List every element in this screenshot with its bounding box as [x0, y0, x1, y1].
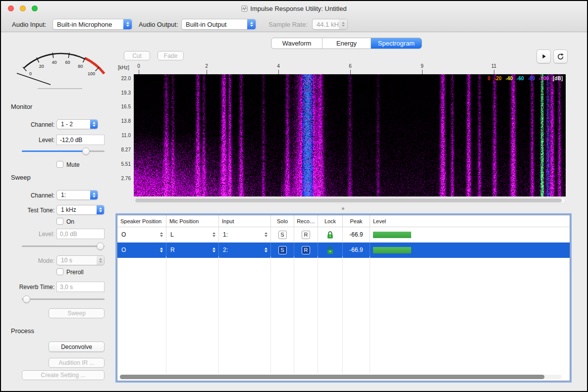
svg-text:100: 100	[88, 71, 95, 76]
legend-entry: -100	[539, 76, 549, 81]
view-segmented-control: Waveform Energy Spectrogram	[271, 38, 422, 49]
titlebar[interactable]: Impulse Response Utility: Untitled	[1, 1, 587, 16]
mute-checkbox[interactable]	[56, 161, 63, 168]
time-tick-label: 11	[487, 63, 500, 69]
svg-text:0: 0	[29, 71, 32, 76]
time-tick-label: 9	[416, 63, 428, 69]
fade-button[interactable]: Fade	[158, 51, 184, 60]
speaker-position-value: O	[121, 246, 126, 253]
monitor-heading: Monitor	[11, 103, 32, 110]
popup-stepper-icon	[213, 232, 215, 237]
lock-toggle[interactable]	[326, 246, 334, 254]
legend-entry: -20	[494, 76, 501, 81]
audio-output-popup[interactable]: Built-in Output	[181, 19, 256, 30]
lock-toggle[interactable]	[326, 231, 334, 239]
svg-text:60: 60	[65, 60, 70, 65]
reverb-time-value: 3,0 s	[60, 284, 73, 291]
preroll-label: Preroll	[66, 269, 84, 276]
input-popup[interactable]: 1:	[219, 227, 270, 242]
app-window: Impulse Response Utility: Untitled Audio…	[0, 0, 588, 392]
scrollbar-thumb[interactable]	[120, 375, 544, 379]
reverb-time-slider[interactable]	[22, 295, 105, 303]
time-tick-label: 0	[132, 63, 145, 69]
on-checkbox[interactable]	[56, 218, 63, 225]
test-tone-popup[interactable]: 1 kHz	[56, 205, 105, 215]
window-title: Impulse Response Utility: Untitled	[1, 1, 587, 16]
play-button[interactable]	[536, 49, 551, 63]
mode-label: Mode:	[9, 257, 54, 264]
mode-popup[interactable]: 10 s	[56, 255, 105, 265]
spectrogram-canvas[interactable]	[134, 74, 566, 196]
play-icon	[540, 53, 547, 60]
cut-button[interactable]: Cut	[124, 51, 150, 60]
lock-icon	[326, 246, 334, 254]
create-setting-button[interactable]: Create Setting ...	[22, 370, 105, 380]
sweep-level-slider[interactable]	[22, 243, 105, 250]
spectrogram-scrollbar[interactable]	[134, 197, 566, 203]
peak-value: -66.9	[349, 246, 363, 253]
sample-rate-value: 44.1 kHz	[313, 21, 339, 28]
table-row[interactable]: O R 2: S R -66.9	[117, 243, 570, 258]
freq-tick-label: 11.0	[114, 133, 131, 138]
pane-splitter-handle[interactable]	[342, 207, 344, 210]
speaker-position-popup[interactable]: O	[117, 227, 166, 242]
col-mic-position: Mic Position	[166, 215, 219, 227]
sample-rate-popup[interactable]: 44.1 kHz	[312, 19, 348, 30]
legend-entry: -40	[506, 76, 513, 81]
freq-tick-label: 8.27	[114, 147, 131, 152]
col-level: Level	[370, 215, 570, 227]
scrollbar-thumb[interactable]	[135, 198, 562, 202]
svg-text:40: 40	[52, 60, 56, 65]
slider-knob[interactable]	[23, 295, 30, 303]
table-scrollbar[interactable]	[119, 375, 562, 379]
popup-stepper-icon	[265, 232, 267, 237]
positions-table: Speaker Position Mic Position Input Solo…	[117, 215, 570, 381]
table-row[interactable]: O L 1: S R -66.9	[117, 227, 570, 243]
monitor-level-slider[interactable]	[22, 147, 105, 155]
app-icon	[241, 5, 248, 12]
preroll-checkbox[interactable]	[56, 268, 63, 275]
slider-knob[interactable]	[82, 147, 90, 155]
speaker-position-popup[interactable]: O	[117, 243, 166, 257]
audio-input-popup[interactable]: Built-in Microphone	[53, 19, 132, 30]
col-speaker-position: Speaker Position	[117, 215, 166, 227]
sweep-level-label: Level:	[9, 231, 54, 238]
sweep-level-input[interactable]: 0,0 dB	[56, 229, 105, 239]
time-tick-label: 2	[200, 63, 213, 69]
legend-entry: -80	[528, 76, 535, 81]
table-header: Speaker Position Mic Position Input Solo…	[117, 215, 570, 227]
sweep-level-value: 0,0 dB	[60, 231, 77, 238]
level-meter-bar	[373, 247, 411, 253]
audition-ir-button[interactable]: Audition IR ...	[49, 358, 105, 368]
record-button[interactable]: R	[302, 246, 310, 254]
monitor-channel-popup[interactable]: 1 - 2	[56, 119, 98, 129]
mic-position-value: L	[170, 231, 174, 238]
time-tick-label: 6	[344, 63, 357, 69]
tab-energy[interactable]: Energy	[322, 38, 371, 49]
sweep-channel-popup[interactable]: 1:	[56, 190, 98, 200]
speaker-position-value: O	[121, 231, 126, 238]
mic-position-popup[interactable]: L	[166, 227, 218, 242]
popup-stepper-icon	[160, 232, 163, 237]
process-heading: Process	[11, 327, 34, 335]
input-popup[interactable]: 2:	[219, 243, 270, 257]
solo-button[interactable]: S	[278, 246, 287, 254]
slider-knob[interactable]	[97, 243, 104, 250]
mic-position-popup[interactable]: R	[166, 243, 218, 257]
tab-waveform[interactable]: Waveform	[271, 38, 322, 49]
time-ruler: 0 2 4 6 9 11	[134, 63, 566, 74]
deconvolve-button[interactable]: Deconvolve	[49, 342, 105, 352]
vu-meter: 020406080100	[9, 34, 113, 99]
input-value: 1:	[223, 231, 228, 238]
col-input: Input	[219, 215, 271, 227]
solo-button[interactable]: S	[278, 231, 287, 239]
reverb-time-input[interactable]: 3,0 s	[56, 282, 105, 292]
loop-button[interactable]	[553, 49, 568, 63]
tab-spectrogram[interactable]: Spectrogram	[371, 38, 422, 49]
sweep-button[interactable]: Sweep	[49, 308, 105, 318]
record-button[interactable]: R	[302, 231, 310, 239]
audio-input-value: Built-in Microphone	[53, 21, 123, 28]
test-tone-label: Test Tone:	[9, 207, 54, 214]
popup-stepper-icon	[123, 19, 132, 29]
monitor-level-input[interactable]: -12,0 dB	[56, 135, 105, 145]
